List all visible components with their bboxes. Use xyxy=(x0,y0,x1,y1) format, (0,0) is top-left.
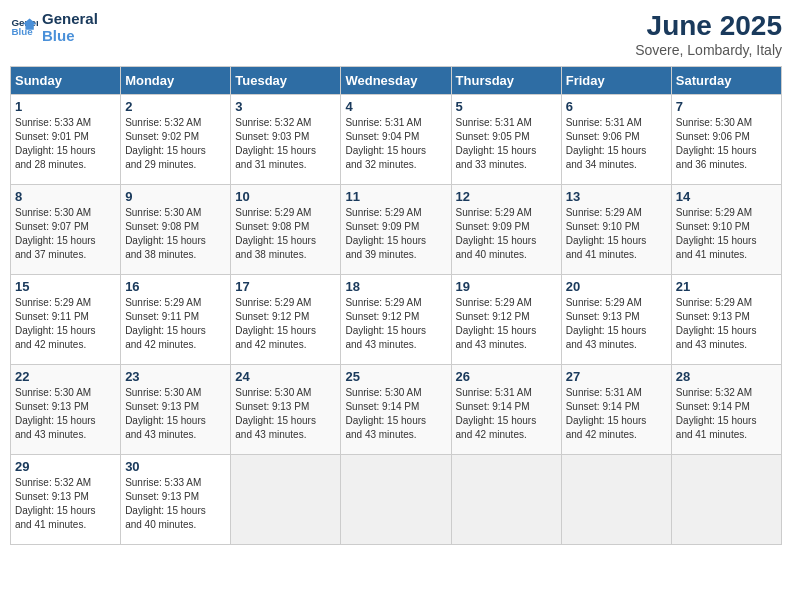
table-row: 1 Sunrise: 5:33 AM Sunset: 9:01 PM Dayli… xyxy=(11,95,121,185)
table-row: 3 Sunrise: 5:32 AM Sunset: 9:03 PM Dayli… xyxy=(231,95,341,185)
day-number: 25 xyxy=(345,369,446,384)
day-info: Sunrise: 5:29 AM Sunset: 9:12 PM Dayligh… xyxy=(235,296,336,352)
day-number: 10 xyxy=(235,189,336,204)
day-number: 29 xyxy=(15,459,116,474)
day-info: Sunrise: 5:30 AM Sunset: 9:14 PM Dayligh… xyxy=(345,386,446,442)
col-saturday: Saturday xyxy=(671,67,781,95)
day-number: 16 xyxy=(125,279,226,294)
day-number: 23 xyxy=(125,369,226,384)
logo-general: General xyxy=(42,10,98,27)
calendar-week-3: 15 Sunrise: 5:29 AM Sunset: 9:11 PM Dayl… xyxy=(11,275,782,365)
day-number: 22 xyxy=(15,369,116,384)
day-number: 3 xyxy=(235,99,336,114)
header-row: Sunday Monday Tuesday Wednesday Thursday… xyxy=(11,67,782,95)
calendar-week-4: 22 Sunrise: 5:30 AM Sunset: 9:13 PM Dayl… xyxy=(11,365,782,455)
day-number: 20 xyxy=(566,279,667,294)
day-number: 14 xyxy=(676,189,777,204)
day-info: Sunrise: 5:30 AM Sunset: 9:07 PM Dayligh… xyxy=(15,206,116,262)
day-number: 28 xyxy=(676,369,777,384)
col-thursday: Thursday xyxy=(451,67,561,95)
table-row: 15 Sunrise: 5:29 AM Sunset: 9:11 PM Dayl… xyxy=(11,275,121,365)
day-number: 7 xyxy=(676,99,777,114)
table-row xyxy=(231,455,341,545)
table-row xyxy=(671,455,781,545)
day-info: Sunrise: 5:32 AM Sunset: 9:02 PM Dayligh… xyxy=(125,116,226,172)
calendar-week-2: 8 Sunrise: 5:30 AM Sunset: 9:07 PM Dayli… xyxy=(11,185,782,275)
table-row: 23 Sunrise: 5:30 AM Sunset: 9:13 PM Dayl… xyxy=(121,365,231,455)
day-info: Sunrise: 5:30 AM Sunset: 9:08 PM Dayligh… xyxy=(125,206,226,262)
table-row xyxy=(451,455,561,545)
day-number: 30 xyxy=(125,459,226,474)
col-wednesday: Wednesday xyxy=(341,67,451,95)
table-row: 13 Sunrise: 5:29 AM Sunset: 9:10 PM Dayl… xyxy=(561,185,671,275)
day-number: 1 xyxy=(15,99,116,114)
table-row: 24 Sunrise: 5:30 AM Sunset: 9:13 PM Dayl… xyxy=(231,365,341,455)
col-friday: Friday xyxy=(561,67,671,95)
table-row: 4 Sunrise: 5:31 AM Sunset: 9:04 PM Dayli… xyxy=(341,95,451,185)
day-info: Sunrise: 5:32 AM Sunset: 9:13 PM Dayligh… xyxy=(15,476,116,532)
day-info: Sunrise: 5:31 AM Sunset: 9:14 PM Dayligh… xyxy=(456,386,557,442)
calendar-subtitle: Sovere, Lombardy, Italy xyxy=(635,42,782,58)
day-number: 12 xyxy=(456,189,557,204)
day-number: 9 xyxy=(125,189,226,204)
day-info: Sunrise: 5:31 AM Sunset: 9:05 PM Dayligh… xyxy=(456,116,557,172)
day-number: 2 xyxy=(125,99,226,114)
day-info: Sunrise: 5:29 AM Sunset: 9:12 PM Dayligh… xyxy=(345,296,446,352)
day-info: Sunrise: 5:32 AM Sunset: 9:03 PM Dayligh… xyxy=(235,116,336,172)
calendar-week-1: 1 Sunrise: 5:33 AM Sunset: 9:01 PM Dayli… xyxy=(11,95,782,185)
day-number: 5 xyxy=(456,99,557,114)
day-info: Sunrise: 5:33 AM Sunset: 9:01 PM Dayligh… xyxy=(15,116,116,172)
table-row: 26 Sunrise: 5:31 AM Sunset: 9:14 PM Dayl… xyxy=(451,365,561,455)
table-row: 21 Sunrise: 5:29 AM Sunset: 9:13 PM Dayl… xyxy=(671,275,781,365)
table-row: 17 Sunrise: 5:29 AM Sunset: 9:12 PM Dayl… xyxy=(231,275,341,365)
day-number: 8 xyxy=(15,189,116,204)
day-number: 19 xyxy=(456,279,557,294)
day-info: Sunrise: 5:29 AM Sunset: 9:13 PM Dayligh… xyxy=(566,296,667,352)
day-number: 27 xyxy=(566,369,667,384)
day-number: 18 xyxy=(345,279,446,294)
day-number: 21 xyxy=(676,279,777,294)
calendar-table: Sunday Monday Tuesday Wednesday Thursday… xyxy=(10,66,782,545)
day-number: 11 xyxy=(345,189,446,204)
day-info: Sunrise: 5:32 AM Sunset: 9:14 PM Dayligh… xyxy=(676,386,777,442)
table-row: 10 Sunrise: 5:29 AM Sunset: 9:08 PM Dayl… xyxy=(231,185,341,275)
day-info: Sunrise: 5:30 AM Sunset: 9:06 PM Dayligh… xyxy=(676,116,777,172)
table-row: 29 Sunrise: 5:32 AM Sunset: 9:13 PM Dayl… xyxy=(11,455,121,545)
day-info: Sunrise: 5:31 AM Sunset: 9:06 PM Dayligh… xyxy=(566,116,667,172)
day-info: Sunrise: 5:30 AM Sunset: 9:13 PM Dayligh… xyxy=(125,386,226,442)
day-info: Sunrise: 5:29 AM Sunset: 9:10 PM Dayligh… xyxy=(676,206,777,262)
table-row: 14 Sunrise: 5:29 AM Sunset: 9:10 PM Dayl… xyxy=(671,185,781,275)
day-info: Sunrise: 5:29 AM Sunset: 9:11 PM Dayligh… xyxy=(125,296,226,352)
table-row: 19 Sunrise: 5:29 AM Sunset: 9:12 PM Dayl… xyxy=(451,275,561,365)
logo: General Blue General Blue xyxy=(10,10,98,44)
table-row: 5 Sunrise: 5:31 AM Sunset: 9:05 PM Dayli… xyxy=(451,95,561,185)
day-number: 13 xyxy=(566,189,667,204)
col-monday: Monday xyxy=(121,67,231,95)
day-number: 26 xyxy=(456,369,557,384)
col-sunday: Sunday xyxy=(11,67,121,95)
table-row: 20 Sunrise: 5:29 AM Sunset: 9:13 PM Dayl… xyxy=(561,275,671,365)
day-info: Sunrise: 5:29 AM Sunset: 9:08 PM Dayligh… xyxy=(235,206,336,262)
table-row: 8 Sunrise: 5:30 AM Sunset: 9:07 PM Dayli… xyxy=(11,185,121,275)
logo-icon: General Blue xyxy=(10,13,38,41)
day-number: 6 xyxy=(566,99,667,114)
table-row: 27 Sunrise: 5:31 AM Sunset: 9:14 PM Dayl… xyxy=(561,365,671,455)
day-info: Sunrise: 5:30 AM Sunset: 9:13 PM Dayligh… xyxy=(235,386,336,442)
day-info: Sunrise: 5:29 AM Sunset: 9:09 PM Dayligh… xyxy=(456,206,557,262)
day-info: Sunrise: 5:31 AM Sunset: 9:14 PM Dayligh… xyxy=(566,386,667,442)
table-row: 25 Sunrise: 5:30 AM Sunset: 9:14 PM Dayl… xyxy=(341,365,451,455)
table-row xyxy=(341,455,451,545)
table-row: 2 Sunrise: 5:32 AM Sunset: 9:02 PM Dayli… xyxy=(121,95,231,185)
table-row: 12 Sunrise: 5:29 AM Sunset: 9:09 PM Dayl… xyxy=(451,185,561,275)
day-info: Sunrise: 5:29 AM Sunset: 9:13 PM Dayligh… xyxy=(676,296,777,352)
day-info: Sunrise: 5:29 AM Sunset: 9:12 PM Dayligh… xyxy=(456,296,557,352)
day-number: 4 xyxy=(345,99,446,114)
table-row: 9 Sunrise: 5:30 AM Sunset: 9:08 PM Dayli… xyxy=(121,185,231,275)
table-row: 11 Sunrise: 5:29 AM Sunset: 9:09 PM Dayl… xyxy=(341,185,451,275)
day-number: 17 xyxy=(235,279,336,294)
table-row: 6 Sunrise: 5:31 AM Sunset: 9:06 PM Dayli… xyxy=(561,95,671,185)
title-area: June 2025 Sovere, Lombardy, Italy xyxy=(635,10,782,58)
table-row: 30 Sunrise: 5:33 AM Sunset: 9:13 PM Dayl… xyxy=(121,455,231,545)
calendar-week-5: 29 Sunrise: 5:32 AM Sunset: 9:13 PM Dayl… xyxy=(11,455,782,545)
day-info: Sunrise: 5:29 AM Sunset: 9:09 PM Dayligh… xyxy=(345,206,446,262)
